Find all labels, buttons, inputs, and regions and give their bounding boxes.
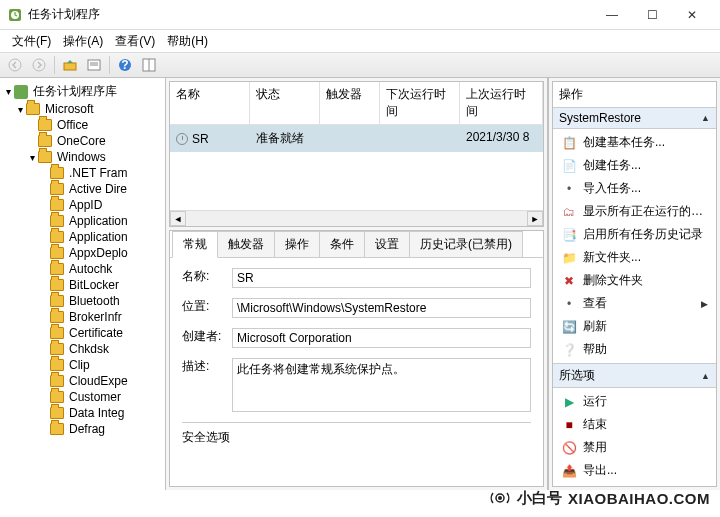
tab-general[interactable]: 常规 <box>172 231 218 258</box>
action-item[interactable]: 📋创建基本任务... <box>553 131 716 154</box>
scroll-left-button[interactable]: ◄ <box>170 211 186 226</box>
task-row[interactable]: SR 准备就绪 2021/3/30 8 <box>170 125 543 152</box>
svg-point-2 <box>9 59 21 71</box>
action-item[interactable]: •查看▶ <box>553 292 716 315</box>
tree-item[interactable]: Application <box>2 229 163 245</box>
col-triggers[interactable]: 触发器 <box>320 82 380 124</box>
col-name[interactable]: 名称 <box>170 82 250 124</box>
folder-icon <box>50 167 64 179</box>
toolbar: ? <box>0 52 720 78</box>
center-pane: 名称 状态 触发器 下次运行时间 上次运行时间 SR 准备就绪 2021/3/3… <box>166 78 548 490</box>
section-systemrestore[interactable]: SystemRestore ▲ <box>553 107 716 129</box>
col-last[interactable]: 上次运行时间 <box>460 82 543 124</box>
label-author: 创建者: <box>182 328 232 348</box>
tree-item[interactable]: Chkdsk <box>2 341 163 357</box>
folder-icon <box>38 119 52 131</box>
collapse-icon[interactable]: ▲ <box>701 371 710 381</box>
folder-icon <box>26 103 40 115</box>
menu-action[interactable]: 操作(A) <box>57 31 109 52</box>
h-scrollbar[interactable]: ◄ ► <box>170 210 543 226</box>
tree-item[interactable]: Application <box>2 213 163 229</box>
minimize-button[interactable]: — <box>592 1 632 29</box>
tree-item[interactable]: Certificate <box>2 325 163 341</box>
menu-view[interactable]: 查看(V) <box>109 31 161 52</box>
action-item[interactable]: 📁新文件夹... <box>553 246 716 269</box>
back-button[interactable] <box>4 55 26 75</box>
action-item[interactable]: ✖删除文件夹 <box>553 269 716 292</box>
tree-microsoft[interactable]: ▾ Microsoft <box>2 101 163 117</box>
action-icon: ✖ <box>561 273 577 289</box>
properties-button[interactable] <box>83 55 105 75</box>
actions-pane: 操作 SystemRestore ▲ 📋创建基本任务...📄创建任务...•导入… <box>548 78 720 490</box>
tree-item[interactable]: Active Dire <box>2 181 163 197</box>
help-button[interactable]: ? <box>114 55 136 75</box>
label-description: 描述: <box>182 358 232 412</box>
field-location[interactable]: \Microsoft\Windows\SystemRestore <box>232 298 531 318</box>
col-status[interactable]: 状态 <box>250 82 320 124</box>
tree-item[interactable]: AppxDeplo <box>2 245 163 261</box>
field-name[interactable]: SR <box>232 268 531 288</box>
tree-item[interactable]: Clip <box>2 357 163 373</box>
menu-file[interactable]: 文件(F) <box>6 31 57 52</box>
actions-title: 操作 <box>553 82 716 107</box>
maximize-button[interactable]: ☐ <box>632 1 672 29</box>
action-icon: ▶ <box>561 394 577 410</box>
label-location: 位置: <box>182 298 232 318</box>
action-icon: 📋 <box>561 135 577 151</box>
action-icon: 📤 <box>561 463 577 479</box>
action-icon: 🗂 <box>561 204 577 220</box>
tree-office[interactable]: Office <box>2 117 163 133</box>
action-item[interactable]: 🚫禁用 <box>553 436 716 459</box>
tree-item[interactable]: AppID <box>2 197 163 213</box>
action-icon: 📄 <box>561 158 577 174</box>
action-item[interactable]: ❔帮助 <box>553 338 716 361</box>
tree-item[interactable]: Defrag <box>2 421 163 437</box>
tree-item[interactable]: Customer <box>2 389 163 405</box>
action-icon: 📁 <box>561 250 577 266</box>
close-button[interactable]: ✕ <box>672 1 712 29</box>
tree-item[interactable]: .NET Fram <box>2 165 163 181</box>
tab-settings[interactable]: 设置 <box>364 231 410 257</box>
chevron-down-icon[interactable]: ▾ <box>26 152 38 163</box>
tab-actions[interactable]: 操作 <box>274 231 320 257</box>
tree-item[interactable]: BitLocker <box>2 277 163 293</box>
tree-root[interactable]: ▾ 任务计划程序库 <box>2 82 163 101</box>
field-description[interactable]: 此任务将创建常规系统保护点。 <box>232 358 531 412</box>
action-item[interactable]: •导入任务... <box>553 177 716 200</box>
tree-windows[interactable]: ▾ Windows <box>2 149 163 165</box>
action-item[interactable]: 📤导出... <box>553 459 716 482</box>
field-author[interactable]: Microsoft Corporation <box>232 328 531 348</box>
action-item[interactable]: ▶运行 <box>553 390 716 413</box>
action-item[interactable]: 📄创建任务... <box>553 154 716 177</box>
tab-triggers[interactable]: 触发器 <box>217 231 275 257</box>
tree-item[interactable]: Autochk <box>2 261 163 277</box>
tree-onecore[interactable]: OneCore <box>2 133 163 149</box>
tree-item[interactable]: Bluetooth <box>2 293 163 309</box>
action-item[interactable]: 🗂显示所有正在运行的任务 <box>553 200 716 223</box>
action-item[interactable]: 📑启用所有任务历史记录 <box>553 223 716 246</box>
col-next[interactable]: 下次运行时间 <box>380 82 460 124</box>
menu-help[interactable]: 帮助(H) <box>161 31 214 52</box>
section-selected[interactable]: 所选项 ▲ <box>553 363 716 388</box>
chevron-down-icon[interactable]: ▾ <box>2 86 14 97</box>
props-body: 名称:SR 位置:\Microsoft\Windows\SystemRestor… <box>170 258 543 486</box>
action-item[interactable]: ■结束 <box>553 413 716 436</box>
collapse-icon[interactable]: ▲ <box>701 113 710 123</box>
tab-history[interactable]: 历史记录(已禁用) <box>409 231 523 257</box>
tree-item[interactable]: CloudExpe <box>2 373 163 389</box>
tasks-header: 名称 状态 触发器 下次运行时间 上次运行时间 <box>170 82 543 125</box>
folder-icon <box>50 423 64 435</box>
scroll-right-button[interactable]: ► <box>527 211 543 226</box>
action-icon: 🚫 <box>561 440 577 456</box>
tree-item[interactable]: BrokerInfr <box>2 309 163 325</box>
refresh-button[interactable] <box>138 55 160 75</box>
chevron-down-icon[interactable]: ▾ <box>14 104 26 115</box>
action-item[interactable]: 🔄刷新 <box>553 315 716 338</box>
up-button[interactable] <box>59 55 81 75</box>
properties-pane: 常规 触发器 操作 条件 设置 历史记录(已禁用) 名称:SR 位置:\Micr… <box>169 230 544 487</box>
folder-icon <box>50 247 64 259</box>
forward-button[interactable] <box>28 55 50 75</box>
tab-conditions[interactable]: 条件 <box>319 231 365 257</box>
folder-icon <box>50 279 64 291</box>
tree-item[interactable]: Data Integ <box>2 405 163 421</box>
